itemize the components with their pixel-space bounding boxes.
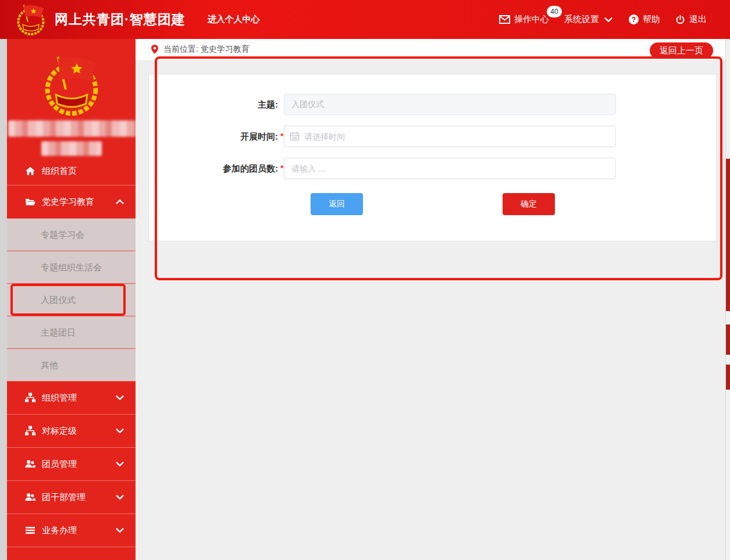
header-actions: 操作中心 40 系统设置 帮助 退出: [499, 0, 707, 39]
back-to-previous-page-button[interactable]: 返回上一页: [650, 42, 713, 59]
power-icon: [675, 15, 685, 24]
users-icon: [24, 491, 36, 503]
topic-label: 主题:: [149, 94, 278, 115]
app-screen: 网上共青团·智慧团建 进入个人中心 操作中心 40 系统设置 帮助: [0, 0, 730, 560]
form-row-time: 开展时间: *: [149, 126, 716, 147]
time-picker-input[interactable]: [284, 126, 616, 147]
list-icon: [24, 525, 36, 536]
chevron-up-icon: [115, 197, 125, 207]
confirm-button[interactable]: 确定: [503, 193, 555, 215]
system-settings-label: 系统设置: [564, 14, 599, 25]
home-icon: [24, 165, 36, 177]
brand: 网上共青团·智慧团建 进入个人中心: [14, 3, 260, 37]
notification-badge: 40: [547, 6, 562, 17]
return-button[interactable]: 返回: [311, 193, 363, 215]
submenu-item-special-org-life-meeting[interactable]: 专题组织生活会: [7, 251, 136, 283]
sidebar-item-label: 组织管理: [42, 393, 77, 404]
submenu-item-theme-league-day[interactable]: 主题团日: [7, 316, 136, 348]
action-center-item[interactable]: 操作中心 40: [499, 14, 549, 25]
sidebar-item-member-management[interactable]: 团员管理: [7, 447, 136, 480]
topic-input[interactable]: [284, 94, 616, 115]
masked-org-name-line2: [41, 141, 102, 156]
league-emblem-icon: [14, 3, 48, 37]
top-header-bar: 网上共青团·智慧团建 进入个人中心 操作中心 40 系统设置 帮助: [0, 0, 730, 39]
form-row-member-count: 参加的团员数: *: [149, 158, 716, 179]
sidebar-item-org-management[interactable]: 组织管理: [7, 381, 136, 414]
scrollbar-annotation-mark: [726, 324, 730, 355]
chevron-down-icon: [115, 492, 125, 502]
sidebar-item-label: 党史学习教育: [42, 197, 94, 208]
chevron-down-icon: [115, 459, 125, 469]
breadcrumb-bar: 当前位置: 党史学习教育 返回上一页: [136, 39, 725, 60]
scrollbar-annotation-mark: [726, 365, 730, 390]
sidebar-header: [7, 39, 136, 157]
submenu-item-special-study-meeting[interactable]: 专题学习会: [7, 218, 136, 251]
sidebar-item-partial: [7, 547, 136, 559]
chevron-down-icon: [603, 15, 614, 25]
action-center-label: 操作中心: [514, 14, 549, 25]
chevron-down-icon: [115, 426, 125, 436]
help-label: 帮助: [643, 14, 660, 25]
form-row-topic: 主题:: [149, 94, 716, 115]
left-gray-rail: [0, 39, 7, 560]
location-pin-icon: [150, 44, 159, 55]
scrollbar-annotation-mark: [726, 159, 730, 311]
scrollbar-track[interactable]: [725, 39, 730, 560]
time-label: 开展时间:: [149, 126, 278, 147]
folder-open-icon: [24, 196, 36, 208]
member-count-input[interactable]: [284, 158, 616, 179]
masked-org-name-line1: [8, 120, 136, 137]
sidebar-item-benchmark-grading[interactable]: 对标定级: [7, 414, 136, 447]
breadcrumb: 当前位置: 党史学习教育: [163, 44, 250, 55]
submenu-item-other[interactable]: 其他: [7, 348, 136, 381]
sitemap-icon: [24, 392, 36, 404]
system-settings-item[interactable]: 系统设置: [564, 14, 614, 25]
sidebar-item-label: 团干部管理: [42, 492, 86, 503]
sidebar-submenu: 专题学习会 专题组织生活会 入团仪式 主题团日 其他: [7, 218, 136, 381]
sitemap-icon: [24, 425, 36, 437]
personal-center-link[interactable]: 进入个人中心: [208, 14, 260, 25]
form-card: 主题: 开展时间: *: [148, 74, 717, 241]
question-circle-icon: [629, 15, 639, 24]
chevron-down-icon: [115, 525, 125, 536]
help-item[interactable]: 帮助: [629, 14, 660, 25]
sidebar-item-label: 组织首页: [42, 166, 77, 177]
sidebar-item-party-history-education[interactable]: 党史学习教育: [7, 185, 136, 218]
chevron-down-icon: [115, 393, 125, 403]
member-count-label: 参加的团员数:: [149, 158, 278, 179]
sidebar-item-label: 对标定级: [42, 426, 77, 437]
sidebar-item-business-handling[interactable]: 业务办理: [7, 513, 136, 547]
league-emblem-large-icon: [39, 53, 104, 118]
sidebar-item-cadre-management[interactable]: 团干部管理: [7, 480, 136, 513]
sidebar-item-org-home[interactable]: 组织首页: [7, 157, 136, 185]
sidebar-item-label: 团员管理: [42, 459, 77, 470]
app-title: 网上共青团·智慧团建: [55, 10, 186, 28]
users-icon: [24, 458, 36, 470]
sidebar: 组织首页 党史学习教育 专题学习会 专题组织生活会 入团仪式 主题团日 其他: [7, 39, 136, 560]
logout-label: 退出: [689, 14, 707, 25]
logout-item[interactable]: 退出: [675, 14, 707, 25]
main-content: 当前位置: 党史学习教育 返回上一页 主题: 开展时间: *: [136, 39, 725, 560]
sidebar-item-label: 业务办理: [42, 525, 77, 536]
sidebar-nav: 组织首页 党史学习教育 专题学习会 专题组织生活会 入团仪式 主题团日 其他: [7, 157, 136, 559]
submenu-item-league-admission-ceremony[interactable]: 入团仪式: [7, 283, 136, 316]
envelope-icon: [499, 15, 510, 24]
